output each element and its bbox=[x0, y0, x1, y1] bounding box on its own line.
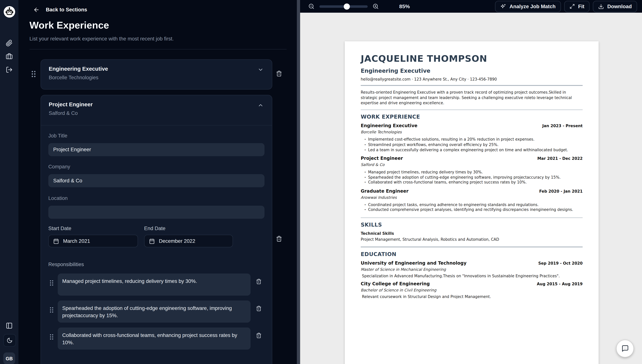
job-company: Arowwai Industries bbox=[361, 195, 583, 199]
experience-company: Borcelle Technologies bbox=[49, 75, 98, 80]
icon-rail: GB bbox=[0, 0, 19, 364]
resume-preview-pane: 85% Analyze Job Match Fit Download JACQU… bbox=[300, 0, 642, 364]
job-dates: Jan 2023 - Present bbox=[542, 124, 583, 128]
end-date-value: December 2022 bbox=[159, 238, 195, 244]
school-note: Relevant coursework in Structural Design… bbox=[361, 294, 583, 299]
app-logo[interactable] bbox=[4, 6, 15, 18]
chat-button[interactable] bbox=[616, 340, 634, 357]
paperclip-icon bbox=[6, 40, 13, 46]
collapse-panel-button[interactable] bbox=[0, 319, 19, 332]
preview-canvas: JACQUELINE THOMPSON Engineering Executiv… bbox=[300, 13, 642, 364]
resume-school-row: University of Engineering and Technology… bbox=[361, 260, 583, 266]
experience-title: Engineering Executive bbox=[49, 66, 108, 72]
drag-handle-icon[interactable] bbox=[31, 70, 36, 78]
job-bullets: Managed project timelines, reducing deli… bbox=[361, 170, 583, 185]
experience-card-header[interactable]: Project Engineer Salford & Co bbox=[41, 95, 272, 126]
experience-card-header[interactable]: Engineering Executive Borcelle Technolog… bbox=[41, 60, 272, 89]
fit-expand-icon bbox=[570, 4, 575, 9]
chevron-down-icon[interactable] bbox=[258, 66, 264, 73]
bullet: Collaborated with cross-functional teams… bbox=[361, 180, 583, 185]
start-date-picker[interactable]: March 2021 bbox=[48, 235, 138, 248]
drag-handle-icon[interactable] bbox=[49, 333, 54, 340]
responsibility-input[interactable]: Collaborated with cross-functional teams… bbox=[58, 328, 251, 350]
experience-card-project-engineer: Project Engineer Salford & Co Job Title … bbox=[41, 95, 272, 364]
delete-responsibility-button[interactable] bbox=[256, 332, 262, 339]
company-input[interactable] bbox=[48, 174, 265, 187]
robot-logo-icon bbox=[4, 6, 15, 17]
zoom-slider-thumb[interactable] bbox=[344, 3, 350, 10]
zoom-level: 85% bbox=[399, 3, 410, 10]
resume-document: JACQUELINE THOMPSON Engineering Executiv… bbox=[345, 41, 598, 364]
back-to-sections-button[interactable]: Back to Sections bbox=[33, 6, 87, 13]
skills-group: Technical Skills bbox=[361, 231, 583, 236]
user-avatar[interactable]: GB bbox=[3, 352, 15, 364]
panel-splitter[interactable] bbox=[297, 0, 300, 364]
divider bbox=[361, 85, 583, 86]
bullet: Spearheaded the adoption of cutting-edge… bbox=[361, 175, 583, 180]
logout-icon bbox=[6, 66, 13, 73]
bullet: Conducted comprehensive project analyses… bbox=[361, 207, 583, 212]
preview-toolbar: 85% Analyze Job Match Fit Download bbox=[300, 0, 642, 13]
resume-job-row: Graduate Engineer Feb 2020 - Jan 2021 bbox=[361, 188, 583, 194]
fit-button[interactable]: Fit bbox=[564, 0, 590, 12]
resume-job-title: Engineering Executive bbox=[361, 68, 583, 74]
avatar-initials: GB bbox=[6, 356, 13, 361]
divider bbox=[30, 49, 287, 50]
zoom-out-icon[interactable] bbox=[308, 3, 314, 10]
delete-responsibility-button[interactable] bbox=[256, 306, 262, 312]
bullet: Led a team in successfully delivering a … bbox=[361, 147, 583, 152]
work-experience-heading: WORK EXPERIENCE bbox=[361, 114, 583, 120]
end-date-label: End Date bbox=[144, 226, 165, 232]
download-label: Download bbox=[607, 4, 632, 9]
logout-button[interactable] bbox=[0, 64, 19, 76]
briefcase-icon bbox=[6, 52, 13, 60]
job-company: Borcelle Technologies bbox=[361, 130, 583, 134]
zoom-slider[interactable] bbox=[319, 5, 368, 8]
experience-card-engineering-executive[interactable]: Engineering Executive Borcelle Technolog… bbox=[41, 59, 272, 90]
calendar-icon bbox=[149, 238, 155, 244]
job-bullets: Coordinated project tasks, ensuring adhe… bbox=[361, 202, 583, 212]
location-input[interactable] bbox=[48, 206, 265, 219]
back-label: Back to Sections bbox=[46, 7, 87, 13]
panel-left-icon bbox=[6, 322, 13, 329]
responsibility-input[interactable]: Spearheaded the adoption of cutting-edge… bbox=[58, 300, 251, 322]
divider bbox=[361, 110, 583, 110]
job-title: Graduate Engineer bbox=[361, 188, 408, 194]
school-name: City College of Engineering bbox=[361, 281, 430, 286]
responsibility-input[interactable]: Managed project timelines, reducing deli… bbox=[58, 274, 251, 296]
resume-name: JACQUELINE THOMPSON bbox=[361, 54, 583, 64]
chevron-up-icon[interactable] bbox=[258, 102, 264, 108]
company-label: Company bbox=[48, 164, 70, 170]
job-company: Salford & Co bbox=[361, 162, 583, 167]
delete-experience-button[interactable] bbox=[276, 236, 282, 242]
jobs-nav-button[interactable] bbox=[0, 50, 19, 62]
chat-bubble-icon bbox=[621, 344, 629, 352]
bullet: Coordinated project tasks, ensuring adhe… bbox=[361, 202, 583, 208]
job-title-input[interactable] bbox=[48, 143, 265, 156]
school-degree: Bachelor of Science in Civil Engineering bbox=[361, 288, 583, 292]
school-dates: Sep 2019 - Oct 2020 bbox=[538, 261, 583, 265]
analyze-job-match-button[interactable]: Analyze Job Match bbox=[495, 0, 561, 12]
page-subtitle: List your relevant work experience with … bbox=[30, 36, 174, 42]
job-dates: Mar 2021 - Dec 2022 bbox=[537, 156, 583, 161]
divider bbox=[361, 247, 583, 247]
drag-handle-icon[interactable] bbox=[49, 279, 54, 286]
skills-heading: SKILLS bbox=[361, 222, 583, 228]
delete-responsibility-button[interactable] bbox=[256, 278, 262, 284]
school-dates: Aug 2015 - Aug 2019 bbox=[537, 282, 583, 286]
attachments-nav-button[interactable] bbox=[0, 37, 19, 49]
experience-company: Salford & Co bbox=[49, 110, 78, 116]
delete-experience-button[interactable] bbox=[276, 70, 282, 77]
end-date-picker[interactable]: December 2022 bbox=[144, 235, 233, 248]
zoom-in-icon[interactable] bbox=[372, 3, 379, 10]
bullet: Streamlined project workflows, enhancing… bbox=[361, 142, 583, 148]
location-label: Location bbox=[48, 196, 68, 201]
download-button[interactable]: Download bbox=[593, 0, 637, 12]
job-bullets: Implemented cost-effective solutions, re… bbox=[361, 137, 583, 152]
sparkles-icon bbox=[500, 4, 506, 9]
work-experience-editor: Back to Sections Work Experience List yo… bbox=[19, 0, 297, 364]
dark-mode-toggle[interactable] bbox=[3, 334, 16, 347]
job-title: Engineering Executive bbox=[361, 123, 417, 129]
analyze-label: Analyze Job Match bbox=[510, 4, 556, 9]
drag-handle-icon[interactable] bbox=[49, 306, 54, 314]
